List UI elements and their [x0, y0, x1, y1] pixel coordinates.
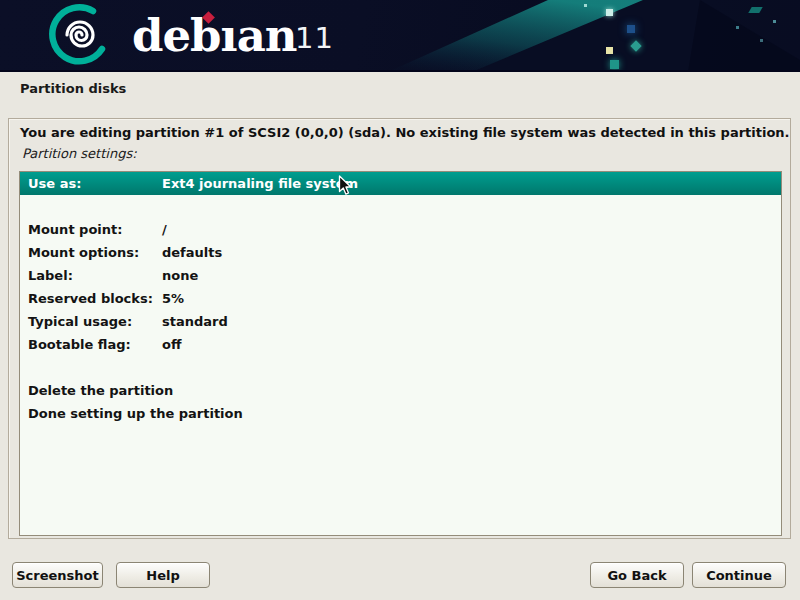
list-row-mount-point[interactable]: Mount point: /: [20, 218, 781, 241]
row-label: Use as:: [20, 176, 162, 191]
screenshot-button[interactable]: Screenshot: [12, 562, 103, 588]
list-row-blank: [20, 195, 781, 218]
row-label: Done setting up the partition: [20, 406, 162, 421]
row-label: Mount options:: [20, 245, 162, 260]
mouse-cursor-icon: [338, 175, 353, 197]
row-label: Typical usage:: [20, 314, 162, 329]
continue-button[interactable]: Continue: [692, 562, 786, 588]
partition-settings-label: Partition settings:: [22, 146, 137, 161]
list-row-typical-usage[interactable]: Typical usage: standard: [20, 310, 781, 333]
row-label: Bootable flag:: [20, 337, 162, 352]
brand-text-post: an: [237, 9, 297, 62]
help-button[interactable]: Help: [116, 562, 210, 588]
list-row-use-as[interactable]: Use as: Ext4 journaling file system: [20, 172, 781, 195]
row-label: Mount point:: [20, 222, 162, 237]
banner-square: [627, 25, 635, 33]
list-row-bootable-flag[interactable]: Bootable flag: off: [20, 333, 781, 356]
row-label: Delete the partition: [20, 383, 162, 398]
list-row-blank: [20, 356, 781, 379]
list-row-done-partition[interactable]: Done setting up the partition: [20, 402, 781, 425]
brand-version: 11: [295, 21, 334, 55]
banner-dot: [760, 39, 763, 42]
banner-square: [606, 47, 613, 54]
banner-dot: [773, 20, 776, 23]
row-value: /: [162, 222, 167, 237]
banner-square: [610, 60, 619, 69]
row-value: 5%: [162, 291, 184, 306]
row-label: Label:: [20, 268, 162, 283]
banner: debıan 11: [0, 0, 800, 72]
banner-dot: [736, 26, 739, 29]
banner-dot: [584, 4, 587, 7]
row-label: Reserved blocks:: [20, 291, 162, 306]
list-row-delete-partition[interactable]: Delete the partition: [20, 379, 781, 402]
row-value: standard: [162, 314, 228, 329]
page-title: Partition disks: [20, 81, 126, 96]
row-value: off: [162, 337, 181, 352]
go-back-button[interactable]: Go Back: [590, 562, 684, 588]
info-message: You are editing partition #1 of SCSI2 (0…: [20, 125, 790, 140]
partition-settings-list[interactable]: Use as: Ext4 journaling file system Moun…: [19, 171, 782, 536]
row-value: Ext4 journaling file system: [162, 176, 358, 191]
brand-text-i: ı: [221, 9, 237, 62]
row-value: defaults: [162, 245, 222, 260]
main-panel: You are editing partition #1 of SCSI2 (0…: [8, 118, 791, 539]
list-row-reserved-blocks[interactable]: Reserved blocks: 5%: [20, 287, 781, 310]
list-row-label[interactable]: Label: none: [20, 264, 781, 287]
banner-square: [606, 9, 613, 16]
row-value: none: [162, 268, 198, 283]
debian-swirl-logo: [40, 2, 122, 70]
list-row-mount-options[interactable]: Mount options: defaults: [20, 241, 781, 264]
brand-wordmark: debıan: [132, 7, 297, 65]
